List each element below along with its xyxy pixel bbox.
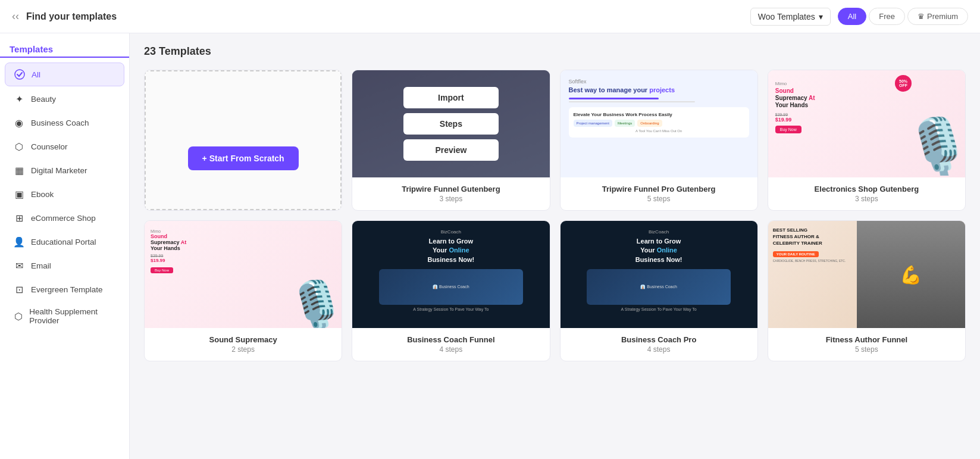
electronics-thumb: Mimo Sound Supremacy At Your Hands $39.9… xyxy=(768,70,965,177)
template-card-electronics[interactable]: Mimo Sound Supremacy At Your Hands $39.9… xyxy=(768,70,966,211)
sidebar-item-all[interactable]: All xyxy=(5,63,124,86)
header-right: Woo Templates ▾ All Free ♛ Premium xyxy=(750,8,968,26)
sidebar-label-beauty: Beauty xyxy=(31,95,56,104)
card-steps-biz1: 4 steps xyxy=(361,345,541,354)
template-card-tripwire-pro[interactable]: Softflex Best way to manage your project… xyxy=(560,70,758,211)
card-name: Tripwire Funnel Gutenberg xyxy=(361,185,541,193)
check-icon xyxy=(14,68,26,80)
card-info-fitness: Fitness Author Funnel 5 steps xyxy=(768,328,965,361)
biz2-thumb: BizCoach Learn to GrowYour OnlineBusines… xyxy=(561,221,757,328)
sidebar-label-all: All xyxy=(32,70,40,79)
sidebar: Templates All ✦ Beauty ◉ Business Coach … xyxy=(0,33,130,459)
ebook-icon: ▣ xyxy=(13,188,25,200)
ecommerce-icon: ⊞ xyxy=(13,212,25,224)
template-source-dropdown[interactable]: Woo Templates ▾ xyxy=(750,8,831,26)
filter-premium-button[interactable]: ♛ Premium xyxy=(907,8,968,25)
sidebar-section-title: Templates xyxy=(0,38,129,58)
sidebar-label-email: Email xyxy=(31,261,51,270)
chevron-down-icon: ▾ xyxy=(819,12,823,21)
sidebar-item-counselor[interactable]: ⬡ Counselor xyxy=(5,135,124,158)
sidebar-label-educational: Educational Portal xyxy=(31,238,96,246)
filter-free-button[interactable]: Free xyxy=(869,8,905,25)
card-steps: 3 steps xyxy=(361,195,541,203)
mic2-thumb: Mimo Sound Supremacy At Your Hands $39.9… xyxy=(145,221,342,328)
digital-marketer-icon: ▦ xyxy=(13,164,25,176)
sidebar-item-educational-portal[interactable]: 👤 Educational Portal xyxy=(5,230,124,253)
header: ‹‹ Find your templates Woo Templates ▾ A… xyxy=(0,0,980,33)
back-button[interactable]: ‹‹ xyxy=(12,10,19,23)
sidebar-label-counselor: Counselor xyxy=(31,142,68,151)
card-info: Tripwire Funnel Gutenberg 3 steps xyxy=(352,177,549,210)
template-card-fitness[interactable]: BEST SELLINGFITNESS AUTHOR &CELEBRITY TR… xyxy=(768,220,966,361)
sidebar-item-digital-marketer[interactable]: ▦ Digital Marketer xyxy=(5,159,124,182)
card-steps-biz2: 4 steps xyxy=(569,345,749,354)
filter-buttons: All Free ♛ Premium xyxy=(838,8,968,25)
page-title: Find your templates xyxy=(26,11,117,22)
scratch-thumb: + Start From Scratch xyxy=(145,70,342,210)
card-info-biz1: Business Coach Funnel 4 steps xyxy=(352,328,549,361)
health-icon: ⬡ xyxy=(13,310,23,322)
card-info-pro: Tripwire Funnel Pro Gutenberg 5 steps xyxy=(561,177,757,210)
card-name-fitness: Fitness Author Funnel xyxy=(777,335,957,344)
template-card-biz2[interactable]: BizCoach Learn to GrowYour OnlineBusines… xyxy=(560,220,758,361)
template-card-biz1[interactable]: BizCoach Learn to GrowYour OnlineBusines… xyxy=(352,220,550,361)
templates-grid: + Start From Scratch Import Steps Previe… xyxy=(144,70,966,361)
dropdown-label: Woo Templates xyxy=(758,12,815,21)
sidebar-item-beauty[interactable]: ✦ Beauty xyxy=(5,88,124,110)
evergreen-icon: ⊡ xyxy=(13,283,25,295)
card-name-electronics: Electronics Shop Gutenberg xyxy=(777,185,957,193)
card-name-pro: Tripwire Funnel Pro Gutenberg xyxy=(569,185,749,193)
card-name-mic2: Sound Supremacy xyxy=(153,335,333,344)
card-info-biz2: Business Coach Pro 4 steps xyxy=(561,328,757,361)
sidebar-item-business-coach[interactable]: ◉ Business Coach xyxy=(5,111,124,134)
preview-button[interactable]: Preview xyxy=(403,139,499,161)
tripwire-thumb: Import Steps Preview xyxy=(352,70,549,177)
crown-icon: ♛ xyxy=(918,12,925,21)
main-layout: Templates All ✦ Beauty ◉ Business Coach … xyxy=(0,33,980,459)
steps-button[interactable]: Steps xyxy=(403,113,499,135)
business-coach-icon: ◉ xyxy=(13,117,25,129)
email-icon: ✉ xyxy=(13,260,25,271)
fitness-thumb: BEST SELLINGFITNESS AUTHOR &CELEBRITY TR… xyxy=(768,221,965,328)
counselor-icon: ⬡ xyxy=(13,140,25,152)
filter-all-button[interactable]: All xyxy=(838,8,866,25)
sidebar-item-health-supplement[interactable]: ⬡ Health Supplement Provider xyxy=(5,302,124,330)
sidebar-label-health: Health Supplement Provider xyxy=(29,307,116,325)
templates-count: 23 Templates xyxy=(144,45,966,58)
sidebar-label-evergreen: Evergreen Template xyxy=(31,285,103,294)
template-card-mic2[interactable]: Mimo Sound Supremacy At Your Hands $39.9… xyxy=(144,220,342,361)
sidebar-item-email[interactable]: ✉ Email xyxy=(5,254,124,277)
template-card-tripwire[interactable]: Import Steps Preview Tripwire Funnel Gut… xyxy=(352,70,550,211)
header-left: ‹‹ Find your templates xyxy=(12,10,117,23)
card-steps-mic2: 2 steps xyxy=(153,345,333,354)
beauty-icon: ✦ xyxy=(13,93,25,105)
scratch-card[interactable]: + Start From Scratch xyxy=(144,70,342,211)
sidebar-label-business-coach: Business Coach xyxy=(31,118,89,127)
card-name-biz2: Business Coach Pro xyxy=(569,335,749,344)
svg-point-0 xyxy=(15,70,24,79)
sidebar-label-ecommerce: eCommerce Shop xyxy=(31,214,96,223)
sidebar-label-ebook: Ebook xyxy=(31,190,54,199)
card-info-mic2: Sound Supremacy 2 steps xyxy=(145,328,342,361)
card-steps-fitness: 5 steps xyxy=(777,345,957,354)
card-info-electronics: Electronics Shop Gutenberg 3 steps xyxy=(768,177,965,210)
start-from-scratch-button[interactable]: + Start From Scratch xyxy=(188,146,299,170)
sidebar-item-ebook[interactable]: ▣ Ebook xyxy=(5,183,124,205)
scratch-card-inner: + Start From Scratch xyxy=(188,71,299,209)
import-button[interactable]: Import xyxy=(403,87,499,108)
sidebar-item-ecommerce-shop[interactable]: ⊞ eCommerce Shop xyxy=(5,207,124,229)
premium-label: Premium xyxy=(927,12,958,21)
card-name-biz1: Business Coach Funnel xyxy=(361,335,541,344)
educational-portal-icon: 👤 xyxy=(13,236,25,248)
sidebar-label-digital-marketer: Digital Marketer xyxy=(31,166,87,175)
tripwire-pro-thumb: Softflex Best way to manage your project… xyxy=(561,70,757,177)
card-steps-pro: 5 steps xyxy=(569,195,749,203)
biz1-thumb: BizCoach Learn to GrowYour OnlineBusines… xyxy=(352,221,549,328)
sidebar-item-evergreen[interactable]: ⊡ Evergreen Template xyxy=(5,278,124,301)
card-overlay: Import Steps Preview xyxy=(352,70,549,177)
card-steps-electronics: 3 steps xyxy=(777,195,957,203)
template-content: 23 Templates + Start From Scratch Import… xyxy=(130,33,980,459)
